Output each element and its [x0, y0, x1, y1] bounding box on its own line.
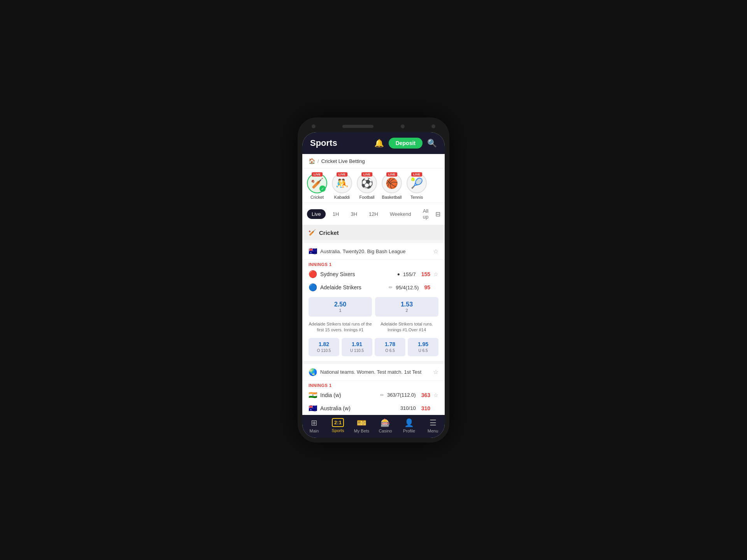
- content-area: 🏠 / Cricket Live Betting 🏏 LIVE ✓ Cricke…: [302, 154, 445, 415]
- cricket-active-check: ✓: [319, 186, 326, 192]
- aus-women-name: Australia (w): [320, 405, 397, 411]
- sixers-score: 155/7: [403, 271, 416, 277]
- top-bar: Sports 🔔 Deposit 🔍: [302, 132, 445, 154]
- strikers-odds: 95: [424, 284, 430, 290]
- mybets-label: My Bets: [354, 429, 370, 433]
- tab-12h[interactable]: 12H: [364, 209, 383, 219]
- australia-flag: 🇦🇺: [309, 247, 317, 256]
- strikers-logo: 🔵: [309, 283, 317, 292]
- sport-icon-tennis[interactable]: 🎾 LIVE Tennis: [405, 173, 428, 200]
- odds-val-1: 2.50: [334, 301, 346, 308]
- tennis-live-badge: LIVE: [411, 172, 422, 177]
- favorite-star-women[interactable]: ☆: [433, 368, 438, 376]
- tab-live[interactable]: Live: [307, 209, 326, 219]
- sub-odds-btn-1[interactable]: 1.82 O 110.5: [309, 338, 339, 356]
- odds-btn-1[interactable]: 2.50 1: [309, 297, 372, 317]
- phone-shell: Sports 🔔 Deposit 🔍 🏠 / Cricket Live Bett…: [298, 117, 449, 443]
- sub-odds-val-2: 1.91: [343, 341, 371, 347]
- filter-icon[interactable]: ⊟: [435, 210, 440, 218]
- innings-label-2: INNINGS 1: [302, 381, 445, 388]
- sub-odds-sub-3: O 6.5: [385, 348, 395, 353]
- odds-val-2: 1.53: [401, 301, 413, 308]
- profile-label: Profile: [403, 429, 415, 433]
- top-bar-right: 🔔 Deposit 🔍: [374, 138, 437, 149]
- notch-dot3: [431, 124, 435, 128]
- sport-icon-cricket[interactable]: 🏏 LIVE ✓ Cricket: [305, 173, 329, 200]
- filter-tabs: Live 1H 3H 12H Weekend All up ⊟: [302, 203, 445, 225]
- basketball-label: Basketball: [382, 195, 402, 200]
- league-name-bbl: Australia. Twenty20. Big Bash League: [320, 248, 430, 254]
- favorite-star-bbl[interactable]: ☆: [433, 248, 438, 255]
- aus-women-score: 310/10: [400, 405, 416, 411]
- breadcrumb-separator: /: [317, 158, 319, 164]
- india-pencil: ✏: [380, 392, 384, 398]
- sub-bet-desc-row: Adelaide Strikers total runs of the firs…: [302, 320, 445, 336]
- bottom-nav: ⊞ Main 2:1 Sports 🎫 My Bets 🎰 Casino 👤 P…: [302, 415, 445, 438]
- sixers-logo: 🔴: [309, 270, 317, 278]
- women-test-icon: 🌏: [309, 368, 317, 376]
- home-icon[interactable]: 🏠: [309, 158, 315, 164]
- menu-icon: ☰: [430, 418, 437, 427]
- cricket-label: Cricket: [310, 195, 324, 200]
- phone-notch: [302, 124, 445, 132]
- india-odds: 363: [421, 392, 430, 398]
- search-icon[interactable]: 🔍: [427, 138, 437, 148]
- odds-num-2: 2: [378, 308, 435, 313]
- innings-label-1: INNINGS 1: [302, 260, 445, 268]
- tab-allup[interactable]: All up: [418, 206, 433, 222]
- sub-odds-val-1: 1.82: [310, 341, 338, 347]
- sub-odds-row: 1.82 O 110.5 1.91 U 110.5 1.78 O 6.5 1.9…: [302, 336, 445, 361]
- sub-odds-val-4: 1.95: [409, 341, 437, 347]
- team-row-sixers: 🔴 Sydney Sixers ● 155/7 155 ☆: [302, 268, 445, 281]
- section-cricket-label: Cricket: [319, 229, 339, 236]
- nav-main[interactable]: ⊞ Main: [302, 418, 326, 433]
- match-league-bbl: 🇦🇺 Australia. Twenty20. Big Bash League …: [302, 243, 445, 260]
- nav-profile[interactable]: 👤 Profile: [397, 418, 421, 433]
- tab-weekend[interactable]: Weekend: [385, 209, 416, 219]
- cricket-circle: 🏏 LIVE ✓: [307, 173, 327, 193]
- mybets-icon: 🎫: [357, 418, 366, 427]
- notch-dot2: [401, 124, 405, 128]
- sub-bet-text-1: Adelaide Strikers total runs of the firs…: [309, 321, 372, 332]
- nav-casino[interactable]: 🎰 Casino: [374, 418, 397, 433]
- team-row-strikers: 🔵 Adelaide Strikers ✏ 95/4(12.5) 95 ☆: [302, 281, 445, 294]
- notch-dot1: [312, 124, 316, 128]
- sport-icon-kabaddi[interactable]: 🤼 LIVE Kabaddi: [330, 173, 354, 200]
- tab-3h[interactable]: 3H: [346, 209, 362, 219]
- bell-icon[interactable]: 🔔: [374, 138, 384, 148]
- team-row-aus-women: 🇦🇺 Australia (w) 310/10 310 ☆: [302, 402, 445, 415]
- sports-label: Sports: [332, 428, 344, 433]
- league-name-women: National teams. Women. Test match. 1st T…: [320, 369, 430, 375]
- basketball-live-badge: LIVE: [386, 172, 397, 177]
- kabaddi-circle: 🤼 LIVE: [332, 173, 352, 193]
- sport-icons-row: 🏏 LIVE ✓ Cricket 🤼 LIVE Kabaddi: [302, 168, 445, 203]
- sub-odds-sub-2: U 110.5: [350, 348, 364, 353]
- sub-odds-btn-4[interactable]: 1.95 U 6.5: [408, 338, 438, 356]
- sixers-name: Sydney Sixers: [320, 271, 394, 277]
- profile-icon: 👤: [404, 418, 414, 427]
- tab-1h[interactable]: 1H: [328, 209, 344, 219]
- football-label: Football: [359, 195, 374, 200]
- main-label: Main: [310, 429, 319, 433]
- nav-sports[interactable]: 2:1 Sports: [326, 418, 350, 433]
- sport-icon-basketball[interactable]: 🏀 LIVE Basketball: [380, 173, 403, 200]
- deposit-button[interactable]: Deposit: [389, 138, 423, 149]
- football-live-badge: LIVE: [361, 172, 372, 177]
- tennis-emoji: 🎾: [410, 177, 423, 189]
- sub-odds-btn-2[interactable]: 1.91 U 110.5: [342, 338, 372, 356]
- sports-icon: 2:1: [332, 418, 344, 427]
- sub-odds-sub-4: U 6.5: [419, 348, 428, 353]
- nav-menu[interactable]: ☰ Menu: [421, 418, 445, 433]
- odds-btn-2[interactable]: 1.53 2: [375, 297, 438, 317]
- sixers-star[interactable]: ☆: [433, 271, 438, 277]
- section-header-cricket: 🏏 Cricket: [302, 225, 445, 240]
- india-star[interactable]: ☆: [433, 392, 438, 398]
- kabaddi-emoji: 🤼: [336, 177, 348, 189]
- aus-women-flag: 🇦🇺: [309, 404, 317, 413]
- tennis-label: Tennis: [410, 195, 423, 200]
- app-title: Sports: [310, 138, 337, 148]
- section-cricket-icon: 🏏: [309, 229, 316, 236]
- sub-odds-btn-3[interactable]: 1.78 O 6.5: [375, 338, 405, 356]
- sport-icon-football[interactable]: ⚽ LIVE Football: [355, 173, 379, 200]
- nav-mybets[interactable]: 🎫 My Bets: [350, 418, 374, 433]
